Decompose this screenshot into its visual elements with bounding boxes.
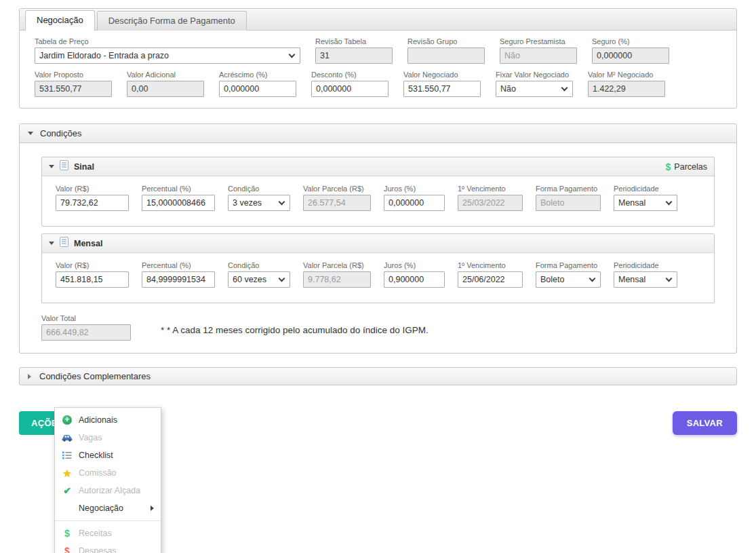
sinal-header[interactable]: Sinal $ Parcelas [42, 157, 714, 176]
field-mensal-juros: Juros (%) [384, 261, 445, 288]
tab-descricao-forma-pagamento[interactable]: Descrição Forma de Pagamento [97, 11, 247, 31]
field-fixar-valor-negociado: Fixar Valor Negociado Não [496, 71, 573, 97]
field-label: Condição [228, 261, 290, 269]
sinal-condicao-select[interactable]: 3 vezes [228, 195, 290, 211]
sinal-periodicidade-select[interactable]: Mensal [614, 195, 677, 211]
tab-negociacao[interactable]: Negociação [25, 10, 95, 31]
mensal-periodicidade-select[interactable]: Mensal [614, 271, 677, 288]
menu-item-comissao: ★ Comissão [55, 464, 161, 482]
field-mensal-periodicidade: Periodicidade Mensal [614, 261, 677, 288]
sinal-forma-pagamento-input [536, 195, 601, 211]
field-label: Valor Negociado [403, 71, 481, 79]
field-mensal-vencimento: 1º Vencimento [458, 261, 523, 288]
menu-item-vagas: Vagas [55, 429, 161, 446]
valor-adicional-input [127, 81, 204, 97]
field-label: Periodicidade [614, 185, 677, 193]
seguro-prestamista-input [500, 47, 577, 64]
acrescimo-input[interactable] [219, 81, 296, 97]
field-label: Juros (%) [384, 261, 445, 269]
tabela-de-preco-select[interactable]: Jardim Eldorado - Entrada a prazo [35, 47, 300, 64]
mensal-header[interactable]: Mensal [42, 234, 714, 253]
parcelas-link[interactable]: $ Parcelas [666, 162, 707, 172]
field-sinal-juros: Juros (%) [384, 185, 445, 211]
field-label: Seguro Prestamista [500, 37, 577, 45]
selected-value: Boleto [540, 275, 590, 284]
chevron-down-icon [289, 51, 296, 58]
menu-item-label: Vagas [79, 433, 102, 442]
igpm-note: * * A cada 12 meses corrigido pelo acumu… [161, 314, 429, 335]
mensal-title: Mensal [74, 239, 102, 248]
field-label: Periodicidade [614, 261, 677, 269]
desconto-input[interactable] [311, 81, 389, 97]
sinal-vencimento-input [458, 195, 523, 211]
field-sinal-vencimento: 1º Vencimento [458, 185, 523, 211]
field-label: Valor Parcela (R$) [303, 185, 371, 193]
field-label: 1º Vencimento [458, 185, 523, 193]
field-label: Valor Total [41, 314, 131, 322]
salvar-button[interactable]: SALVAR [673, 411, 737, 435]
field-sinal-valor-parcela: Valor Parcela (R$) [303, 185, 371, 211]
field-label: Forma Pagamento [536, 185, 601, 193]
field-desconto: Desconto (%) [311, 71, 389, 97]
total-row: Valor Total * * A cada 12 meses corrigid… [41, 314, 715, 341]
sinal-valor-input[interactable] [56, 195, 129, 211]
mensal-forma-pagamento-select[interactable]: Boleto [536, 271, 601, 288]
selected-value: Mensal [618, 275, 667, 284]
dollar-green-icon: $ [62, 528, 73, 539]
chevron-down-icon [561, 84, 568, 91]
valor-negociado-input[interactable] [403, 81, 481, 97]
field-label: Valor Proposto [35, 71, 112, 79]
mensal-percentual-input[interactable] [142, 271, 215, 288]
field-label: Revisão Grupo [407, 37, 485, 45]
field-mensal-forma-pagamento: Forma Pagamento Boleto [536, 261, 601, 288]
check-icon: ✔ [62, 485, 73, 496]
field-valor-proposto: Valor Proposto [35, 71, 112, 97]
selected-value: Jardim Eldorado - Entrada a prazo [39, 51, 290, 60]
field-label: Valor (R$) [56, 261, 129, 269]
field-label: Percentual (%) [142, 185, 215, 193]
field-revisao-grupo: Revisão Grupo [407, 37, 485, 64]
menu-item-checklist[interactable]: Checklist [55, 446, 161, 464]
field-tabela-de-preco: Tabela de Preço Jardim Eldorado - Entrad… [35, 37, 300, 64]
field-label: Valor (R$) [56, 185, 129, 193]
sinal-fields: Valor (R$) Percentual (%) Condição 3 vez… [42, 176, 714, 226]
field-sinal-forma-pagamento: Forma Pagamento [536, 185, 601, 211]
menu-item-label: Autorizar Alçada [79, 486, 140, 495]
mensal-condicao-select[interactable]: 60 vezes [228, 271, 290, 288]
valor-proposto-input [35, 81, 112, 97]
field-revisao-tabela: Revisão Tabela [315, 37, 393, 64]
condicoes-header[interactable]: Condições [19, 123, 737, 143]
sinal-percentual-input[interactable] [142, 195, 215, 211]
mensal-valor-input[interactable] [56, 271, 129, 288]
selected-value: Não [500, 84, 562, 94]
menu-item-negociacao[interactable]: Negociação [55, 499, 161, 517]
menu-item-label: Checklist [79, 451, 113, 460]
condicoes-section: Condições Sinal $ Parcelas [19, 123, 737, 354]
document-icon [60, 160, 68, 173]
menu-item-adicionais[interactable]: + Adicionais [55, 411, 161, 429]
field-label: Percentual (%) [142, 261, 215, 269]
fixar-valor-negociado-select[interactable]: Não [496, 81, 573, 97]
sinal-juros-input[interactable] [384, 195, 445, 211]
valor-total-input [41, 324, 131, 341]
field-acrescimo: Acréscimo (%) [219, 71, 296, 97]
selected-value: 3 vezes [233, 198, 279, 208]
tab-strip: Negociação Descrição Forma de Pagamento [20, 9, 736, 31]
car-icon [62, 432, 73, 443]
mensal-vencimento-input[interactable] [458, 271, 523, 288]
field-sinal-periodicidade: Periodicidade Mensal [614, 185, 677, 211]
checklist-icon [62, 450, 73, 461]
field-valor-adicional: Valor Adicional [127, 71, 204, 97]
caret-down-icon [28, 132, 33, 135]
menu-item-label: Negociação [79, 503, 123, 513]
negotiation-form: Tabela de Preço Jardim Eldorado - Entrad… [20, 31, 736, 108]
chevron-down-icon [279, 275, 285, 282]
menu-separator [55, 520, 161, 521]
field-valor-negociado: Valor Negociado [403, 71, 481, 97]
sinal-title: Sinal [74, 162, 94, 172]
mensal-valor-parcela-input [303, 271, 371, 288]
field-label: Valor Adicional [127, 71, 204, 79]
condicoes-complementares-header[interactable]: Condições Complementares [19, 367, 737, 385]
dollar-red-icon: $ [62, 546, 73, 553]
mensal-juros-input[interactable] [384, 271, 445, 288]
